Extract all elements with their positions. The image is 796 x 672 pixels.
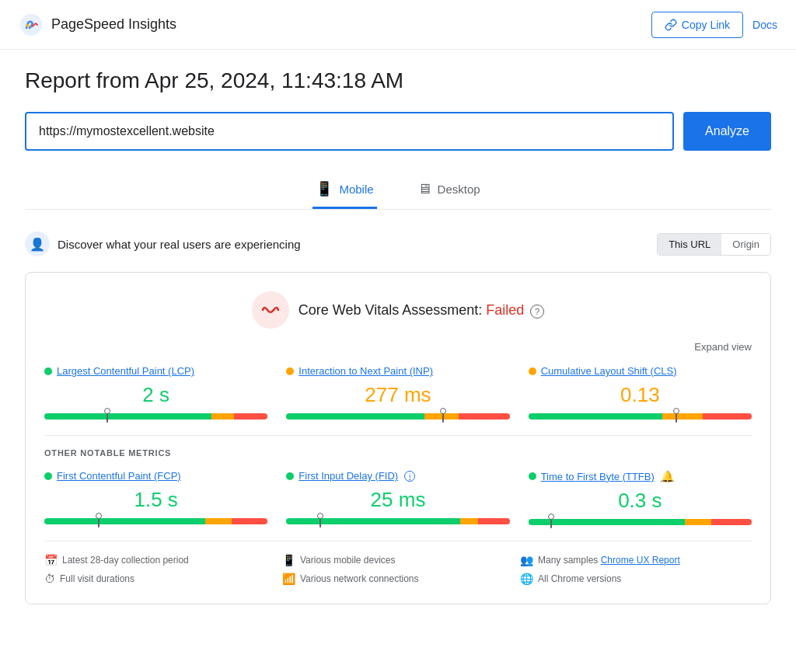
mobile-tab-icon: 📱 xyxy=(316,180,333,197)
metric-fcp: First Contentful Paint (FCP) 1.5 s xyxy=(44,470,267,525)
cwv-icon xyxy=(252,291,289,329)
cwv-title: Core Web Vitals Assessment: Failed ? xyxy=(298,302,544,319)
tab-desktop-label: Desktop xyxy=(438,183,480,196)
cls-bar-marker xyxy=(676,410,677,423)
metric-fcp-label[interactable]: First Contentful Paint (FCP) xyxy=(44,470,267,482)
other-metrics-grid: First Contentful Paint (FCP) 1.5 s First xyxy=(44,470,752,525)
metric-fid-label[interactable]: First Input Delay (FID) i xyxy=(286,470,509,482)
tabs-row: 📱 Mobile 🖥 Desktop xyxy=(25,172,771,210)
fcp-bar-marker xyxy=(98,515,100,528)
metric-cls: Cumulative Layout Shift (CLS) 0.13 xyxy=(529,365,752,420)
ttfb-bar-orange xyxy=(685,519,711,525)
cls-bar-red xyxy=(703,413,752,420)
svg-point-1 xyxy=(26,24,30,27)
cwv-title-prefix: Core Web Vitals Assessment: xyxy=(298,302,486,318)
fcp-bar-orange xyxy=(205,518,232,524)
url-origin-toggle: This URL Origin xyxy=(657,233,771,256)
cls-dot xyxy=(529,367,536,375)
lcp-bar-green xyxy=(44,413,211,420)
tab-desktop[interactable]: 🖥 Desktop xyxy=(414,172,484,209)
fcp-value: 1.5 s xyxy=(44,488,267,512)
fid-bar-red xyxy=(478,518,509,524)
inp-bar-orange xyxy=(424,413,458,420)
phone-icon: 📱 xyxy=(282,554,295,566)
signal-icon: 📶 xyxy=(282,573,295,585)
footer-visit-durations: ⏱ Full visit durations xyxy=(44,573,276,585)
cls-bar xyxy=(529,413,752,420)
toggle-this-url[interactable]: This URL xyxy=(658,234,721,255)
footer-mobile-devices: 📱 Various mobile devices xyxy=(282,554,514,566)
inp-bar-green xyxy=(286,413,424,420)
metric-lcp-label[interactable]: Largest Contentful Paint (LCP) xyxy=(44,365,267,377)
metric-fid: First Input Delay (FID) i 25 ms xyxy=(286,470,509,525)
tab-mobile[interactable]: 📱 Mobile xyxy=(312,172,376,209)
lcp-bar xyxy=(44,413,267,420)
footer-chrome-text: All Chrome versions xyxy=(538,573,621,584)
ttfb-flag-icon: 🔔 xyxy=(661,470,674,482)
main-card: Core Web Vitals Assessment: Failed ? Exp… xyxy=(25,272,771,604)
inp-value: 277 ms xyxy=(286,383,509,407)
expand-view-link[interactable]: Expand view xyxy=(44,341,752,353)
fid-bar-green xyxy=(286,518,460,524)
pagespeed-logo-icon xyxy=(19,12,44,37)
ttfb-bar-red xyxy=(711,519,752,525)
fcp-bar-green xyxy=(44,518,205,524)
metric-ttfb: Time to First Byte (TTFB) 🔔 0.3 s xyxy=(529,470,752,525)
header-left: PageSpeed Insights xyxy=(19,12,176,37)
discover-bar: 👤 Discover what your real users are expe… xyxy=(25,228,771,259)
url-input[interactable] xyxy=(25,112,674,151)
footer-samples-text: Many samples Chrome UX Report xyxy=(538,555,680,566)
fcp-dot xyxy=(44,472,52,480)
fid-value: 25 ms xyxy=(286,488,509,512)
docs-link[interactable]: Docs xyxy=(752,19,777,31)
metric-lcp: Largest Contentful Paint (LCP) 2 s xyxy=(44,365,267,420)
fid-info-icon[interactable]: i xyxy=(404,471,415,482)
people-icon: 👥 xyxy=(520,554,533,566)
url-input-row: Analyze xyxy=(25,112,771,151)
desktop-tab-icon: 🖥 xyxy=(417,181,431,197)
section-divider xyxy=(44,435,752,436)
link-icon xyxy=(665,19,677,31)
metric-inp: Interaction to Next Paint (INP) 277 ms xyxy=(286,365,509,420)
footer-collection-period: 📅 Latest 28-day collection period xyxy=(44,554,276,566)
cwv-info-icon[interactable]: ? xyxy=(530,305,544,319)
header: PageSpeed Insights Copy Link Docs xyxy=(0,0,796,50)
fcp-bar-red xyxy=(232,518,267,524)
copy-link-button[interactable]: Copy Link xyxy=(651,12,743,38)
inp-bar-red xyxy=(459,413,510,420)
toggle-origin[interactable]: Origin xyxy=(721,234,770,255)
cwv-status: Failed xyxy=(486,302,524,318)
header-right: Copy Link Docs xyxy=(651,12,777,38)
discover-left: 👤 Discover what your real users are expe… xyxy=(25,232,301,256)
lcp-bar-red xyxy=(234,413,267,420)
footer-network: 📶 Various network connections xyxy=(282,573,514,585)
copy-link-label: Copy Link xyxy=(682,19,730,31)
chrome-ux-report-link[interactable]: Chrome UX Report xyxy=(601,555,680,566)
footer-network-text: Various network connections xyxy=(300,573,419,584)
footer-chrome-versions: 🌐 All Chrome versions xyxy=(520,573,752,585)
analyze-button[interactable]: Analyze xyxy=(683,112,771,151)
lcp-dot xyxy=(44,367,52,375)
calendar-icon: 📅 xyxy=(44,554,58,566)
inp-dot xyxy=(286,367,294,375)
inp-bar xyxy=(286,413,509,420)
metric-inp-label[interactable]: Interaction to Next Paint (INP) xyxy=(286,365,509,377)
footer-mobile-text: Various mobile devices xyxy=(300,555,396,566)
app-title: PageSpeed Insights xyxy=(51,16,176,33)
metric-cls-label[interactable]: Cumulative Layout Shift (CLS) xyxy=(529,365,752,377)
lcp-bar-orange xyxy=(211,413,234,420)
tab-mobile-label: Mobile xyxy=(339,183,373,196)
lcp-value: 2 s xyxy=(44,383,267,407)
footer-collection-text: Latest 28-day collection period xyxy=(62,555,189,566)
clock-icon: ⏱ xyxy=(44,573,55,585)
cls-value: 0.13 xyxy=(529,383,752,407)
fid-dot xyxy=(286,472,294,480)
cls-bar-orange xyxy=(662,413,703,420)
cls-bar-green xyxy=(529,413,662,420)
globe-icon: 🌐 xyxy=(520,573,533,585)
ttfb-value: 0.3 s xyxy=(529,489,752,513)
fid-bar xyxy=(286,518,509,524)
metric-ttfb-label[interactable]: Time to First Byte (TTFB) 🔔 xyxy=(529,470,752,482)
fcp-bar xyxy=(44,518,267,524)
discover-icon: 👤 xyxy=(25,232,50,256)
